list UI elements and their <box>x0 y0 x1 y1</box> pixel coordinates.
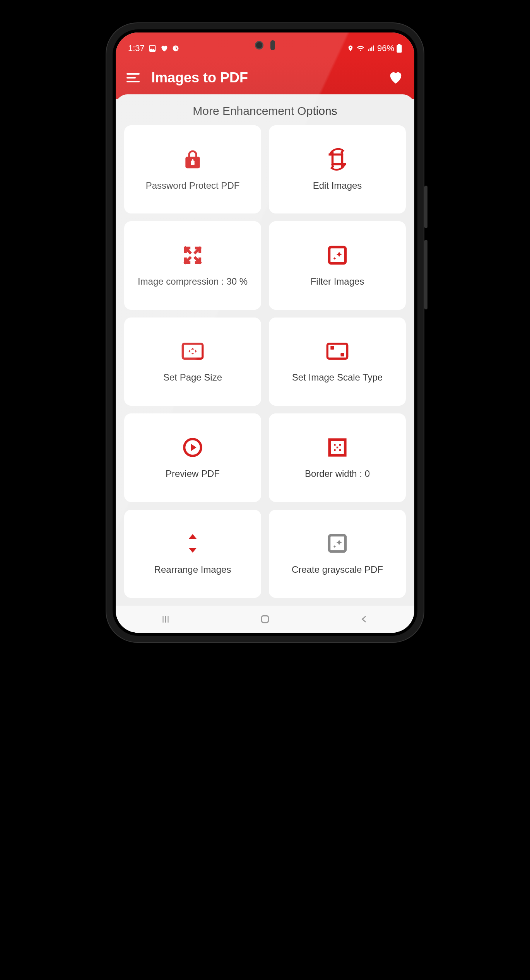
card-label: Image compression : 30 % <box>138 275 248 287</box>
card-label: Set Page Size <box>163 371 222 383</box>
border-width-card[interactable]: Border width : 0 <box>269 413 406 502</box>
content-area: More Enhancement Options Password Protec… <box>116 94 414 633</box>
wifi-icon <box>356 44 365 52</box>
card-label: Rearrange Images <box>154 563 231 575</box>
grayscale-icon <box>326 532 349 555</box>
svg-rect-2 <box>397 45 402 53</box>
signal-icon <box>367 44 375 52</box>
sensor <box>270 40 275 50</box>
svg-rect-8 <box>327 344 347 359</box>
svg-rect-15 <box>339 449 341 451</box>
volume-button <box>424 240 427 309</box>
rearrange-card[interactable]: Rearrange Images <box>124 510 261 598</box>
play-circle-icon <box>181 436 204 459</box>
svg-rect-6 <box>329 247 345 263</box>
app-title: Images to PDF <box>151 70 376 86</box>
svg-rect-16 <box>329 535 345 551</box>
reorder-icon <box>181 532 204 555</box>
recents-button[interactable] <box>154 614 177 624</box>
location-icon <box>347 44 354 52</box>
lock-icon <box>181 148 204 171</box>
crop-rotate-icon <box>326 148 349 171</box>
filter-images-card[interactable]: Filter Images <box>269 221 406 309</box>
power-button <box>424 186 427 228</box>
app-bar: Images to PDF <box>116 56 414 99</box>
phone-frame: 1:37 <box>106 23 424 642</box>
status-time: 1:37 <box>128 43 145 53</box>
card-label: Set Image Scale Type <box>292 371 383 383</box>
back-button[interactable] <box>353 614 376 624</box>
svg-rect-20 <box>262 616 268 623</box>
card-label: Preview PDF <box>166 468 220 480</box>
section-title: More Enhancement Options <box>116 94 414 125</box>
front-camera <box>255 41 263 50</box>
grayscale-card[interactable]: Create grayscale PDF <box>269 510 406 598</box>
android-nav-bar <box>116 606 414 633</box>
page-size-icon <box>181 340 204 363</box>
page-size-card[interactable]: Set Page Size <box>124 318 261 406</box>
heart-status-icon <box>160 44 168 52</box>
password-protect-card[interactable]: Password Protect PDF <box>124 125 261 213</box>
svg-rect-5 <box>192 160 193 164</box>
card-label: Create grayscale PDF <box>292 563 383 575</box>
svg-rect-14 <box>334 449 336 451</box>
options-grid: Password Protect PDF Edit Images Image c… <box>116 125 414 606</box>
svg-rect-13 <box>339 444 341 446</box>
card-label: Border width : 0 <box>305 468 370 480</box>
battery-text: 96% <box>377 43 394 53</box>
notch <box>255 40 275 50</box>
menu-button[interactable] <box>127 73 140 82</box>
home-button[interactable] <box>253 613 277 625</box>
compression-card[interactable]: Image compression : 30 % <box>124 221 261 309</box>
card-label: Edit Images <box>313 179 362 191</box>
battery-icon <box>397 44 402 53</box>
svg-rect-12 <box>337 447 339 449</box>
svg-rect-3 <box>398 44 401 45</box>
image-icon <box>149 44 156 52</box>
scale-type-card[interactable]: Set Image Scale Type <box>269 318 406 406</box>
scale-icon <box>326 340 349 363</box>
favorite-button[interactable] <box>388 70 403 85</box>
pie-icon <box>172 44 180 52</box>
border-icon <box>326 436 349 459</box>
svg-rect-11 <box>334 444 336 446</box>
preview-pdf-card[interactable]: Preview PDF <box>124 413 261 502</box>
sparkle-frame-icon <box>326 244 349 267</box>
svg-rect-7 <box>183 344 202 359</box>
compress-icon <box>181 244 204 267</box>
card-label: Password Protect PDF <box>146 179 240 191</box>
edit-images-card[interactable]: Edit Images <box>269 125 406 213</box>
card-label: Filter Images <box>311 275 364 287</box>
